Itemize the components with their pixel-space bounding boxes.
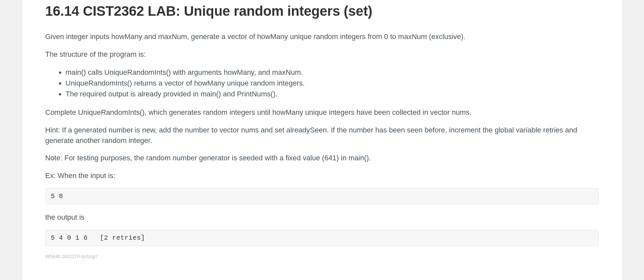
intro-paragraph: Given integer inputs howMany and maxNum,…: [45, 31, 599, 42]
structure-list: main() calls UniqueRandomInts() with arg…: [45, 67, 599, 99]
example-output-code: 5 4 0 1 6 [2 retries]: [45, 230, 599, 246]
task-paragraph: Complete UniqueRandomInts(), which gener…: [45, 107, 599, 118]
page-title: 16.14 CIST2362 LAB: Unique random intege…: [45, 0, 599, 19]
example-label: Ex: When the input is:: [45, 170, 599, 181]
example-input-code: 5 8: [45, 188, 599, 204]
footer-id: 485840.2632270.qx3zqy7: [45, 254, 599, 259]
list-item: The required output is already provided …: [66, 89, 599, 99]
hint-paragraph: Hint: If a generated number is new, add …: [45, 125, 599, 146]
note-paragraph: Note: For testing purposes, the random n…: [45, 153, 599, 163]
list-item: main() calls UniqueRandomInts() with arg…: [66, 67, 599, 78]
content-card: 16.14 CIST2362 LAB: Unique random intege…: [22, 0, 622, 280]
list-item: UniqueRandomInts() returns a vector of h…: [66, 78, 599, 89]
structure-heading: The structure of the program is:: [45, 49, 599, 60]
output-label: the output is: [45, 212, 599, 223]
